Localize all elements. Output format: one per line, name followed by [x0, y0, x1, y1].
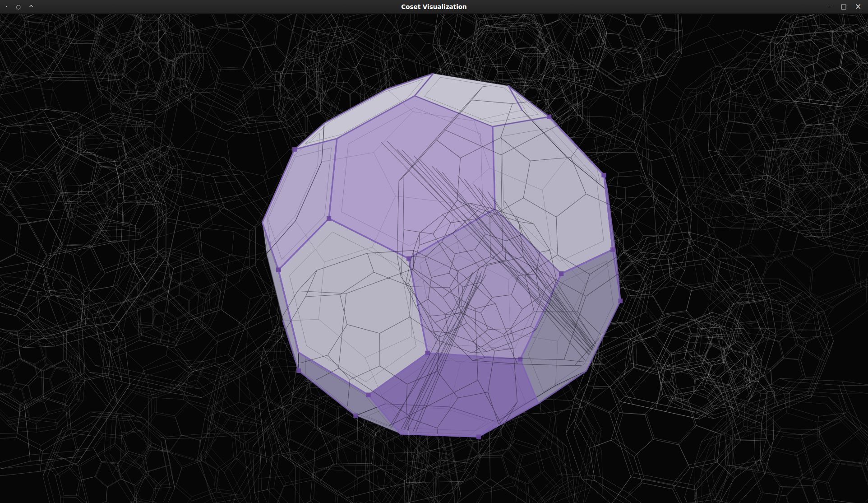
window-title: Coset Visualization [0, 0, 868, 14]
close-button[interactable]: × [852, 0, 864, 14]
titlebar-left-icons: • ○ ^ [5, 0, 34, 14]
app-window: • ○ ^ Coset Visualization – □ × [0, 0, 868, 503]
window-controls: – □ × [823, 0, 864, 14]
circle-icon[interactable]: ○ [16, 0, 20, 14]
titlebar[interactable]: • ○ ^ Coset Visualization – □ × [0, 0, 868, 14]
dot-indicator-icon[interactable]: • [5, 0, 8, 14]
maximize-button[interactable]: □ [837, 0, 850, 14]
viewport-canvas[interactable] [0, 14, 868, 503]
minimize-button[interactable]: – [823, 0, 836, 14]
caret-up-icon[interactable]: ^ [29, 1, 34, 14]
